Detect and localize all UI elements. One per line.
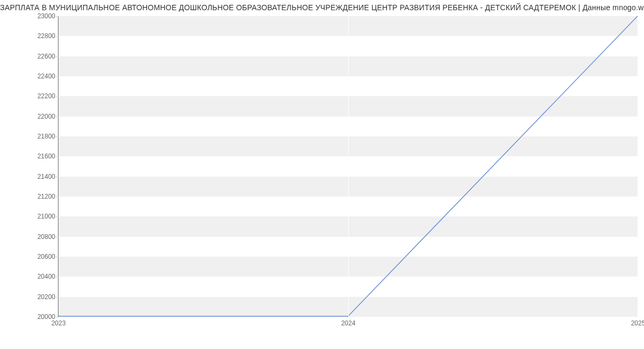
y-tick-label: 22200 (38, 92, 55, 100)
y-tick-label: 20400 (38, 273, 55, 280)
y-tick-mark (56, 317, 58, 317)
y-tick-label: 21600 (38, 152, 55, 160)
y-tick-mark (56, 177, 58, 177)
y-tick-mark (56, 36, 58, 37)
y-tick-mark (56, 216, 58, 217)
y-tick-label: 22000 (38, 113, 55, 120)
y-tick-label: 20200 (38, 293, 55, 301)
x-tick-label: 2023 (52, 319, 66, 327)
chart-title: ЗАРПЛАТА В МУНИЦИПАЛЬНОЕ АВТОНОМНОЕ ДОШК… (0, 3, 644, 12)
x-tick-label: 2024 (341, 319, 356, 327)
y-tick-label: 21800 (38, 133, 55, 140)
y-tick-label: 22600 (38, 53, 55, 60)
plot-area: 2000020200204002060020800210002120021400… (58, 16, 638, 317)
y-tick-label: 22400 (38, 72, 55, 80)
x-gridline (348, 16, 349, 316)
y-tick-mark (56, 257, 58, 257)
y-tick-label: 21000 (38, 213, 55, 220)
x-tick-label: 2025 (631, 319, 644, 327)
y-tick-mark (56, 237, 58, 237)
y-tick-mark (56, 297, 58, 297)
y-tick-label: 21400 (38, 173, 55, 180)
y-tick-mark (56, 16, 58, 17)
y-tick-mark (56, 96, 58, 97)
y-tick-label: 20600 (38, 253, 55, 260)
y-tick-label: 21200 (38, 193, 55, 200)
y-tick-label: 23000 (38, 12, 55, 20)
y-tick-label: 22800 (38, 32, 55, 40)
y-tick-mark (56, 277, 58, 277)
y-tick-mark (56, 136, 58, 137)
y-tick-mark (56, 56, 58, 57)
chart-container: ЗАРПЛАТА В МУНИЦИПАЛЬНОЕ АВТОНОМНОЕ ДОШК… (0, 0, 644, 349)
y-tick-mark (56, 197, 58, 197)
y-tick-mark (56, 76, 58, 77)
y-tick-label: 20800 (38, 233, 55, 241)
y-tick-mark (56, 117, 58, 117)
y-tick-mark (56, 156, 58, 157)
